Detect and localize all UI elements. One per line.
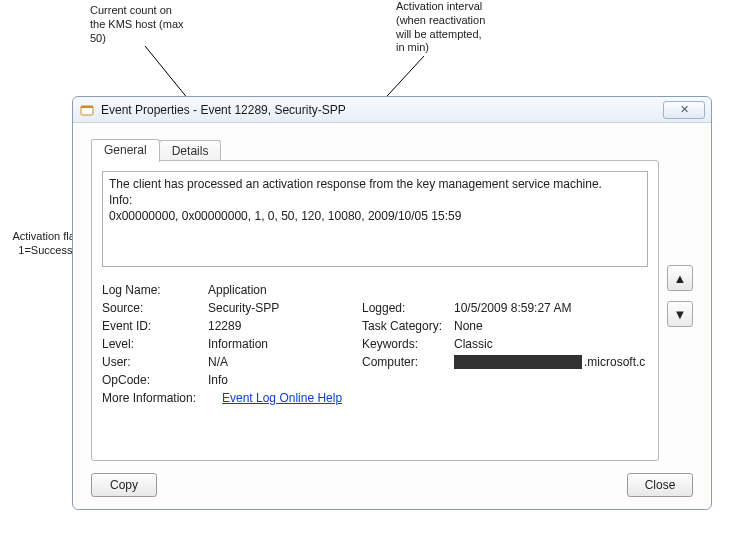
copy-button[interactable]: Copy — [91, 473, 157, 497]
logged-value: 10/5/2009 8:59:27 AM — [454, 301, 648, 315]
logname-label: Log Name: — [102, 283, 208, 297]
computer-suffix: .microsoft.c — [584, 355, 645, 369]
desc-line3: 0x00000000, 0x00000000, 1, 0, 50, 120, 1… — [109, 208, 641, 224]
tab-general[interactable]: General — [91, 139, 160, 162]
source-value: Security-SPP — [208, 301, 362, 315]
logname-value: Application — [208, 283, 362, 297]
desc-line2: Info: — [109, 192, 641, 208]
computer-redacted — [454, 355, 582, 369]
eventid-label: Event ID: — [102, 319, 208, 333]
eventid-value: 12289 — [208, 319, 362, 333]
taskcat-value: None — [454, 319, 648, 333]
computer-value: .microsoft.c — [454, 355, 648, 369]
arrow-down-icon: ▼ — [674, 307, 687, 322]
tab-strip: General Details — [91, 137, 220, 161]
arrow-up-icon: ▲ — [674, 271, 687, 286]
opcode-value: Info — [208, 373, 362, 387]
window-title: Event Properties - Event 12289, Security… — [101, 103, 663, 117]
keywords-label: Keywords: — [362, 337, 454, 351]
annotation-count: Current count on the KMS host (max 50) — [90, 4, 210, 45]
close-icon: ✕ — [680, 103, 689, 116]
event-properties-window: Event Properties - Event 12289, Security… — [72, 96, 712, 510]
user-value: N/A — [208, 355, 362, 369]
close-button[interactable]: Close — [627, 473, 693, 497]
event-fields: Log Name: Application Source: Security-S… — [102, 281, 648, 407]
level-value: Information — [208, 337, 362, 351]
annotation-interval: Activation interval (when reactivation w… — [396, 0, 536, 55]
tab-panel-general: The client has processed an activation r… — [91, 160, 659, 461]
window-close-button[interactable]: ✕ — [663, 101, 705, 119]
svg-rect-4 — [81, 106, 93, 108]
level-label: Level: — [102, 337, 208, 351]
source-label: Source: — [102, 301, 208, 315]
opcode-label: OpCode: — [102, 373, 208, 387]
logged-label: Logged: — [362, 301, 454, 315]
event-description-box[interactable]: The client has processed an activation r… — [102, 171, 648, 267]
event-log-online-help-link[interactable]: Event Log Online Help — [222, 391, 342, 405]
titlebar[interactable]: Event Properties - Event 12289, Security… — [73, 97, 711, 123]
taskcat-label: Task Category: — [362, 319, 454, 333]
keywords-value: Classic — [454, 337, 648, 351]
computer-label: Computer: — [362, 355, 454, 369]
desc-line1: The client has processed an activation r… — [109, 176, 641, 192]
previous-event-button[interactable]: ▲ — [667, 265, 693, 291]
next-event-button[interactable]: ▼ — [667, 301, 693, 327]
moreinfo-label: More Information: — [102, 391, 222, 405]
user-label: User: — [102, 355, 208, 369]
app-icon — [79, 102, 95, 118]
tab-details[interactable]: Details — [159, 140, 222, 162]
